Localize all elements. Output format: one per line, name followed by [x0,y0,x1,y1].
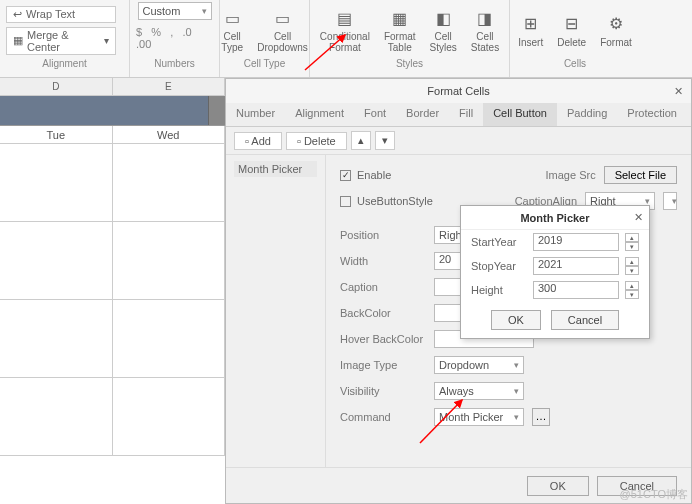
insert-button[interactable]: ⊞Insert [514,11,547,50]
close-icon[interactable]: ✕ [674,85,683,98]
height-spinner[interactable]: ▴▾ [625,281,639,299]
position-label: Position [340,229,426,241]
tab-alignment[interactable]: Alignment [285,103,354,126]
move-down-button[interactable]: ▾ [375,131,395,150]
group-label-celltype: Cell Type [244,58,286,69]
use-button-style-checkbox[interactable]: UseButtonStyle [340,195,433,207]
month-picker-popup: Month Picker ✕ StartYear2019▴▾ StopYear2… [460,205,650,339]
grid-row[interactable] [0,222,225,300]
popup-ok-button[interactable]: OK [491,310,541,330]
stop-year-spinner[interactable]: ▴▾ [625,257,639,275]
watermark: @51CTO博客 [620,487,688,502]
selected-merged-cell[interactable] [0,96,225,126]
group-label-styles: Styles [396,58,423,69]
extra-select[interactable] [663,192,677,210]
hover-backcolor-label: Hover BackColor [340,333,426,345]
format-icon: ⚙ [605,13,627,35]
day-wed[interactable]: Wed [113,126,226,143]
day-tue[interactable]: Tue [0,126,113,143]
command-more-button[interactable]: … [532,408,550,426]
insert-icon: ⊞ [520,13,542,35]
grid-row[interactable] [0,144,225,222]
format-table-button[interactable]: ▦Format Table [380,5,420,55]
width-label: Width [340,255,426,267]
tab-cell-button[interactable]: Cell Button [483,103,557,126]
dialog-title-bar: Format Cells ✕ [226,79,691,103]
number-format-select[interactable]: Custom [138,2,212,20]
command-select[interactable]: Month Picker [434,408,524,426]
celltype-icon: ▭ [221,7,243,29]
grid-row[interactable] [0,378,225,456]
start-year-label: StartYear [471,236,527,248]
popup-title: Month Picker [520,212,589,224]
cell-type-button[interactable]: ▭Cell Type [217,5,247,55]
stop-year-input[interactable]: 2021 [533,257,619,275]
height-input[interactable]: 300 [533,281,619,299]
grid-row[interactable] [0,300,225,378]
ok-button[interactable]: OK [527,476,589,496]
ribbon-group-alignment: ↩Wrap Text ▦Merge & Center ▾ Alignment [0,0,130,77]
add-button[interactable]: ▫ Add [234,132,282,150]
move-up-button[interactable]: ▴ [351,131,371,150]
tab-fill[interactable]: Fill [449,103,483,126]
tab-padding[interactable]: Padding [557,103,617,126]
cell-styles-button[interactable]: ◧Cell Styles [426,5,461,55]
tab-number[interactable]: Number [226,103,285,126]
merge-center-button[interactable]: ▦Merge & Center ▾ [6,27,116,55]
ribbon-group-celltype: ▭Cell Type ▭Cell Dropdowns Cell Type [220,0,310,77]
image-src-label: Image Src [546,169,596,181]
button-list: Month Picker [226,155,326,467]
image-type-label: Image Type [340,359,426,371]
dropdowns-icon: ▭ [272,7,294,29]
delete-button[interactable]: ▫ Delete [286,132,347,150]
visibility-select[interactable]: Always [434,382,524,400]
column-headers: D E [0,78,225,96]
ribbon-group-styles: ▤Conditional Format ▦Format Table ◧Cell … [310,0,510,77]
wrap-text-button[interactable]: ↩Wrap Text [6,6,116,23]
stop-year-label: StopYear [471,260,527,272]
col-header-e[interactable]: E [113,78,226,95]
command-label: Command [340,411,426,423]
dialog-tabs: Number Alignment Font Border Fill Cell B… [226,103,691,127]
wrap-icon: ↩ [13,8,22,21]
condformat-icon: ▤ [334,7,356,29]
group-label-alignment: Alignment [42,58,86,69]
tab-protection[interactable]: Protection [617,103,687,126]
spreadsheet: D E Tue Wed [0,78,225,504]
visibility-label: Visibility [340,385,426,397]
group-label-numbers: Numbers [154,58,195,69]
ribbon: ↩Wrap Text ▦Merge & Center ▾ Alignment C… [0,0,692,78]
caption-label: Caption [340,281,426,293]
cell-dropdowns-button[interactable]: ▭Cell Dropdowns [253,5,312,55]
dialog-title: Format Cells [427,85,489,97]
merge-icon: ▦ [13,34,23,47]
format-button[interactable]: ⚙Format [596,11,636,50]
popup-cancel-button[interactable]: Cancel [551,310,619,330]
dialog-toolbar: ▫ Add ▫ Delete ▴ ▾ [226,127,691,155]
delete-button[interactable]: ⊟Delete [553,11,590,50]
delete-icon: ⊟ [561,13,583,35]
formattable-icon: ▦ [389,7,411,29]
height-label: Height [471,284,527,296]
select-file-button[interactable]: Select File [604,166,677,184]
conditional-format-button[interactable]: ▤Conditional Format [316,5,374,55]
start-year-input[interactable]: 2019 [533,233,619,251]
tab-border[interactable]: Border [396,103,449,126]
day-header-row: Tue Wed [0,126,225,144]
cellstates-icon: ◨ [474,7,496,29]
popup-title-bar: Month Picker ✕ [461,206,649,230]
list-item-month-picker[interactable]: Month Picker [234,161,317,177]
image-type-select[interactable]: Dropdown [434,356,524,374]
cellstyles-icon: ◧ [432,7,454,29]
backcolor-label: BackColor [340,307,426,319]
enable-checkbox[interactable]: ✓Enable [340,169,391,181]
ribbon-group-numbers: Custom $ % , .0 .00 Numbers [130,0,220,77]
cell-states-button[interactable]: ◨Cell States [467,5,503,55]
ribbon-group-cells: ⊞Insert ⊟Delete ⚙Format Cells [510,0,640,77]
start-year-spinner[interactable]: ▴▾ [625,233,639,251]
tab-font[interactable]: Font [354,103,396,126]
col-header-d[interactable]: D [0,78,113,95]
group-label-cells: Cells [564,58,586,69]
popup-close-icon[interactable]: ✕ [634,211,643,224]
